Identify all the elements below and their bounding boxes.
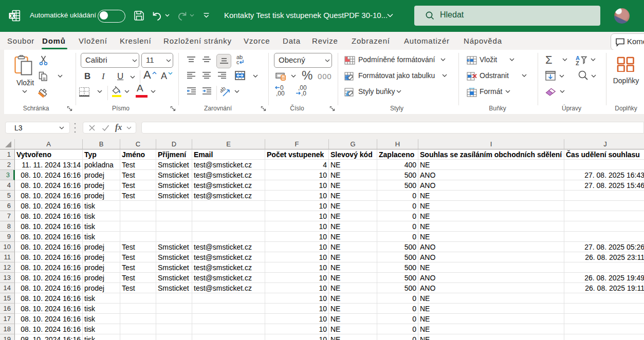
svg-text:X: X bbox=[10, 13, 14, 19]
svg-text:Z: Z bbox=[576, 60, 579, 66]
svg-text:ab: ab bbox=[220, 86, 227, 94]
svg-text:,00: ,00 bbox=[276, 90, 285, 97]
svg-text:c: c bbox=[236, 59, 240, 65]
svg-text:,0: ,0 bbox=[301, 90, 306, 97]
